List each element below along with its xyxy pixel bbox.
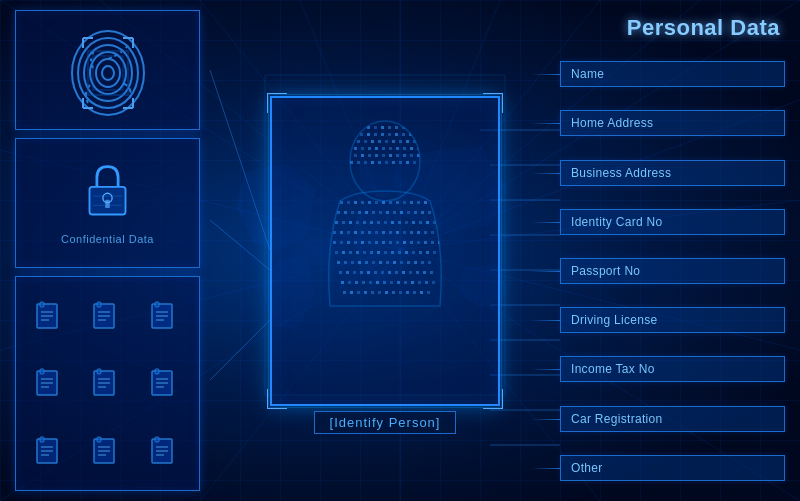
data-item-passport: Passport No [560, 258, 785, 284]
svg-rect-168 [424, 201, 427, 204]
svg-rect-293 [364, 291, 367, 294]
svg-rect-278 [355, 281, 358, 284]
identify-label: [Identify Person] [314, 411, 457, 434]
svg-rect-176 [379, 211, 382, 214]
svg-rect-279 [362, 281, 365, 284]
file-icon-9 [139, 420, 191, 482]
file-icon-6 [139, 352, 191, 414]
svg-rect-72 [155, 369, 159, 374]
svg-rect-266 [367, 271, 370, 274]
svg-rect-181 [414, 211, 417, 214]
svg-rect-138 [382, 154, 385, 157]
svg-rect-82 [97, 437, 101, 442]
svg-rect-234 [342, 251, 345, 254]
data-item-other: Other [560, 455, 785, 481]
svg-rect-202 [340, 231, 343, 234]
svg-rect-195 [405, 221, 408, 224]
section-title: Personal Data [560, 10, 785, 51]
svg-rect-231 [431, 241, 434, 244]
svg-rect-251 [358, 261, 361, 264]
svg-rect-268 [381, 271, 384, 274]
svg-rect-283 [390, 281, 393, 284]
person-frame: [Identify Person] [270, 96, 500, 406]
svg-rect-106 [395, 133, 398, 136]
svg-rect-179 [400, 211, 403, 214]
svg-rect-139 [389, 154, 392, 157]
svg-rect-239 [377, 251, 380, 254]
svg-rect-254 [379, 261, 382, 264]
svg-rect-132 [424, 147, 427, 150]
svg-rect-189 [363, 221, 366, 224]
svg-rect-100 [353, 133, 356, 136]
svg-rect-141 [403, 154, 406, 157]
svg-rect-261 [428, 261, 431, 264]
svg-rect-215 [431, 231, 434, 234]
svg-rect-136 [368, 154, 371, 157]
svg-rect-208 [382, 231, 385, 234]
svg-rect-144 [424, 154, 427, 157]
svg-rect-213 [417, 231, 420, 234]
svg-rect-249 [344, 261, 347, 264]
fingerprint-box [15, 10, 200, 130]
data-item-driving-license: Driving License [560, 307, 785, 333]
file-icon-7 [24, 420, 76, 482]
svg-rect-223 [375, 241, 378, 244]
svg-rect-248 [337, 261, 340, 264]
svg-rect-159 [361, 201, 364, 204]
svg-rect-175 [372, 211, 375, 214]
svg-rect-116 [392, 140, 395, 143]
svg-rect-165 [403, 201, 406, 204]
svg-rect-274 [423, 271, 426, 274]
svg-rect-197 [419, 221, 422, 224]
svg-rect-43 [105, 200, 110, 208]
svg-rect-217 [333, 241, 336, 244]
svg-rect-218 [340, 241, 343, 244]
lock-icon [80, 161, 135, 225]
svg-rect-207 [375, 231, 378, 234]
svg-rect-103 [374, 133, 377, 136]
svg-rect-110 [350, 140, 353, 143]
svg-rect-198 [426, 221, 429, 224]
svg-rect-114 [378, 140, 381, 143]
svg-rect-201 [333, 231, 336, 234]
svg-point-34 [96, 59, 120, 87]
svg-rect-292 [357, 291, 360, 294]
svg-rect-190 [370, 221, 373, 224]
svg-rect-185 [335, 221, 338, 224]
svg-rect-196 [412, 221, 415, 224]
svg-rect-135 [361, 154, 364, 157]
svg-rect-113 [371, 140, 374, 143]
svg-rect-126 [382, 147, 385, 150]
svg-rect-284 [397, 281, 400, 284]
svg-rect-229 [417, 241, 420, 244]
svg-rect-301 [420, 291, 423, 294]
svg-rect-281 [376, 281, 379, 284]
svg-rect-157 [347, 201, 350, 204]
file-icon-8 [81, 420, 133, 482]
svg-rect-193 [391, 221, 394, 224]
svg-rect-62 [40, 369, 44, 374]
svg-rect-146 [357, 161, 360, 164]
svg-rect-177 [386, 211, 389, 214]
data-item-car-registration: Car Registration [560, 406, 785, 432]
svg-rect-300 [413, 291, 416, 294]
fingerprint-icon [68, 23, 148, 118]
svg-rect-97 [395, 126, 398, 129]
svg-rect-209 [389, 231, 392, 234]
svg-rect-228 [410, 241, 413, 244]
center-panel: [Identify Person] [210, 0, 560, 501]
svg-rect-151 [392, 161, 395, 164]
svg-rect-294 [371, 291, 374, 294]
svg-rect-173 [358, 211, 361, 214]
svg-rect-120 [420, 140, 423, 143]
svg-rect-184 [435, 211, 438, 214]
svg-rect-286 [411, 281, 414, 284]
svg-rect-204 [354, 231, 357, 234]
svg-rect-52 [97, 302, 101, 307]
svg-rect-285 [404, 281, 407, 284]
data-item-name: Name [560, 61, 785, 87]
svg-rect-111 [357, 140, 360, 143]
svg-rect-200 [440, 221, 443, 224]
svg-rect-192 [384, 221, 387, 224]
svg-rect-259 [414, 261, 417, 264]
